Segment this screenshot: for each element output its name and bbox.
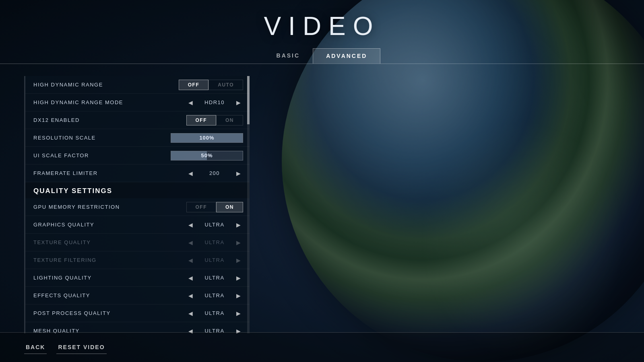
effects-quality-value: ULTRA bbox=[198, 292, 231, 298]
quality-section-header: QUALITY SETTINGS bbox=[25, 182, 250, 198]
resolution-slider-container: 100% bbox=[171, 133, 243, 143]
framerate-prev-button[interactable]: ◀ bbox=[186, 169, 195, 178]
effects-quality-next-button[interactable]: ▶ bbox=[234, 291, 243, 300]
graphics-quality-prev-button[interactable]: ◀ bbox=[186, 220, 195, 230]
setting-label-framerate: FRAMERATE LIMITER bbox=[33, 170, 186, 176]
scrollbar[interactable] bbox=[247, 76, 250, 333]
graphics-quality-value: ULTRA bbox=[198, 222, 231, 228]
tab-bar: BASIC ADVANCED bbox=[0, 48, 644, 64]
setting-texture-filtering: TEXTURE FILTERING ◀ ULTRA ▶ bbox=[25, 251, 250, 269]
setting-label-hdr-mode: HIGH DYNAMIC RANGE MODE bbox=[33, 99, 186, 105]
lighting-quality-next-button[interactable]: ▶ bbox=[234, 273, 243, 283]
framerate-value: 200 bbox=[198, 170, 231, 176]
setting-effects-quality: EFFECTS QUALITY ◀ ULTRA ▶ bbox=[25, 287, 250, 304]
setting-label-effects-quality: EFFECTS QUALITY bbox=[33, 292, 186, 298]
dx12-on-button[interactable]: ON bbox=[216, 115, 243, 125]
setting-label-texture-filtering: TEXTURE FILTERING bbox=[33, 257, 186, 263]
hdr-toggle-group: OFF AUTO bbox=[179, 80, 243, 90]
texture-quality-prev-button[interactable]: ◀ bbox=[186, 238, 195, 247]
setting-label-texture-quality: TEXTURE QUALITY bbox=[33, 239, 186, 245]
graphics-quality-next-button[interactable]: ▶ bbox=[234, 220, 243, 230]
settings-panel: HIGH DYNAMIC RANGE OFF AUTO HIGH DYNAMIC… bbox=[24, 76, 250, 333]
setting-high-dynamic-range: HIGH DYNAMIC RANGE OFF AUTO bbox=[25, 76, 250, 94]
ui-scale-slider-container: 50% bbox=[171, 151, 243, 160]
page-content: VIDEO BASIC ADVANCED HIGH DYNAMIC RANGE … bbox=[0, 0, 644, 362]
resolution-slider[interactable]: 100% bbox=[171, 133, 243, 143]
setting-dx12: DX12 ENABLED OFF ON bbox=[25, 111, 250, 129]
setting-framerate-limiter: FRAMERATE LIMITER ◀ 200 ▶ bbox=[25, 165, 250, 182]
ui-scale-slider[interactable]: 50% bbox=[171, 151, 243, 160]
resolution-slider-value: 100% bbox=[199, 135, 214, 141]
bottom-bar: BACK RESET VIDEO bbox=[0, 332, 644, 362]
hdr-mode-value: HDR10 bbox=[198, 99, 231, 105]
hdr-mode-selector: ◀ HDR10 ▶ bbox=[186, 98, 243, 107]
quality-section-title: QUALITY SETTINGS bbox=[33, 187, 112, 195]
hdr-auto-button[interactable]: AUTO bbox=[208, 80, 243, 90]
hdr-off-button[interactable]: OFF bbox=[179, 80, 209, 90]
setting-label-dx12: DX12 ENABLED bbox=[33, 117, 186, 123]
hdr-mode-prev-button[interactable]: ◀ bbox=[186, 98, 195, 107]
framerate-next-button[interactable]: ▶ bbox=[234, 169, 243, 178]
page-title: VIDEO bbox=[264, 11, 380, 41]
setting-label-gpu-memory: GPU MEMORY RESTRICTION bbox=[33, 204, 186, 210]
post-process-next-button[interactable]: ▶ bbox=[234, 309, 243, 318]
reset-video-button[interactable]: RESET VIDEO bbox=[56, 341, 106, 354]
hdr-mode-next-button[interactable]: ▶ bbox=[234, 98, 243, 107]
framerate-selector: ◀ 200 ▶ bbox=[186, 169, 243, 178]
texture-quality-selector: ◀ ULTRA ▶ bbox=[186, 238, 243, 247]
setting-label-graphics-quality: GRAPHICS QUALITY bbox=[33, 222, 186, 228]
setting-label-hdr: HIGH DYNAMIC RANGE bbox=[33, 82, 179, 88]
lighting-quality-value: ULTRA bbox=[198, 275, 231, 281]
lighting-quality-prev-button[interactable]: ◀ bbox=[186, 273, 195, 283]
setting-post-process-quality: POST PROCESS QUALITY ◀ ULTRA ▶ bbox=[25, 304, 250, 322]
graphics-quality-selector: ◀ ULTRA ▶ bbox=[186, 220, 243, 230]
effects-quality-selector: ◀ ULTRA ▶ bbox=[186, 291, 243, 300]
gpu-memory-toggle-group: OFF ON bbox=[186, 202, 244, 212]
post-process-selector: ◀ ULTRA ▶ bbox=[186, 309, 243, 318]
setting-gpu-memory: GPU MEMORY RESTRICTION OFF ON bbox=[25, 198, 250, 216]
dx12-toggle-group: OFF ON bbox=[186, 115, 244, 125]
post-process-value: ULTRA bbox=[198, 310, 231, 316]
setting-resolution-scale: RESOLUTION SCALE 100% bbox=[25, 129, 250, 147]
setting-hdr-mode: HIGH DYNAMIC RANGE MODE ◀ HDR10 ▶ bbox=[25, 94, 250, 111]
texture-filtering-value: ULTRA bbox=[198, 257, 231, 263]
ui-scale-slider-value: 50% bbox=[201, 152, 213, 158]
setting-label-lighting-quality: LIGHTING QUALITY bbox=[33, 275, 186, 281]
texture-filtering-selector: ◀ ULTRA ▶ bbox=[186, 255, 243, 265]
setting-label-resolution: RESOLUTION SCALE bbox=[33, 135, 171, 141]
texture-filtering-next-button[interactable]: ▶ bbox=[234, 255, 243, 265]
texture-filtering-prev-button[interactable]: ◀ bbox=[186, 255, 195, 265]
setting-label-post-process: POST PROCESS QUALITY bbox=[33, 310, 186, 316]
gpu-memory-off-button[interactable]: OFF bbox=[186, 202, 217, 212]
back-button[interactable]: BACK bbox=[24, 341, 47, 354]
texture-quality-value: ULTRA bbox=[198, 239, 231, 245]
dx12-off-button[interactable]: OFF bbox=[186, 115, 217, 125]
setting-graphics-quality: GRAPHICS QUALITY ◀ ULTRA ▶ bbox=[25, 216, 250, 234]
setting-ui-scale: UI SCALE FACTOR 50% bbox=[25, 147, 250, 165]
gpu-memory-on-button[interactable]: ON bbox=[216, 202, 243, 212]
setting-lighting-quality: LIGHTING QUALITY ◀ ULTRA ▶ bbox=[25, 269, 250, 287]
lighting-quality-selector: ◀ ULTRA ▶ bbox=[186, 273, 243, 283]
setting-label-ui-scale: UI SCALE FACTOR bbox=[33, 152, 171, 158]
tab-basic[interactable]: BASIC bbox=[264, 48, 313, 64]
effects-quality-prev-button[interactable]: ◀ bbox=[186, 291, 195, 300]
scrollbar-thumb[interactable] bbox=[247, 76, 250, 124]
setting-mesh-quality: MESH QUALITY ◀ ULTRA ▶ bbox=[25, 322, 250, 333]
tab-advanced[interactable]: ADVANCED bbox=[313, 48, 380, 64]
setting-texture-quality: TEXTURE QUALITY ◀ ULTRA ▶ bbox=[25, 234, 250, 251]
post-process-prev-button[interactable]: ◀ bbox=[186, 309, 195, 318]
texture-quality-next-button[interactable]: ▶ bbox=[234, 238, 243, 247]
